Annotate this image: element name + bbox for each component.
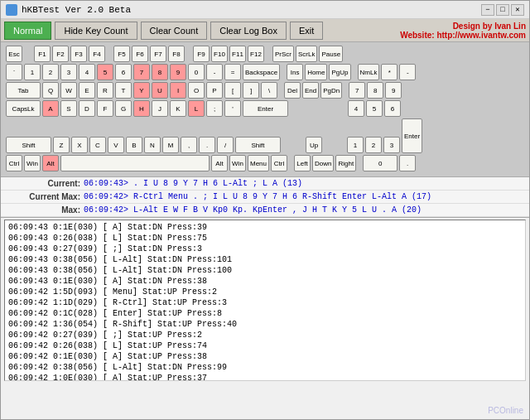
key-kpenter[interactable]: Enter: [402, 118, 422, 153]
key-semi[interactable]: ;: [206, 100, 223, 117]
key-4[interactable]: 4: [79, 64, 95, 80]
key-z[interactable]: Z: [53, 137, 70, 153]
key-e[interactable]: E: [79, 82, 95, 99]
key-del[interactable]: Del: [284, 82, 301, 99]
key-ins[interactable]: Ins: [287, 64, 303, 80]
key-c[interactable]: C: [89, 137, 106, 153]
key-lwin[interactable]: Win: [24, 155, 41, 171]
key-kp4[interactable]: 4: [348, 100, 364, 117]
key-5[interactable]: 5: [97, 64, 113, 80]
clear-count-button[interactable]: Clear Count: [141, 22, 208, 40]
key-equals[interactable]: =: [224, 64, 241, 80]
key-kp6[interactable]: 6: [384, 100, 401, 117]
maximize-button[interactable]: □: [496, 4, 509, 16]
key-l[interactable]: L: [188, 100, 205, 117]
key-esc[interactable]: Esc: [6, 46, 22, 62]
key-f9[interactable]: F9: [193, 46, 210, 62]
key-down[interactable]: Down: [312, 155, 334, 171]
key-f7[interactable]: F7: [150, 46, 166, 62]
key-i[interactable]: I: [170, 82, 186, 99]
key-lbracket[interactable]: [: [224, 82, 241, 99]
key-q[interactable]: Q: [42, 82, 59, 99]
key-period[interactable]: .: [199, 137, 215, 153]
exit-button[interactable]: Exit: [290, 22, 323, 40]
key-x[interactable]: X: [71, 137, 88, 153]
key-kpminus[interactable]: -: [399, 64, 416, 80]
key-f2[interactable]: F2: [52, 46, 69, 62]
key-2[interactable]: 2: [42, 64, 59, 80]
key-kp3[interactable]: 3: [383, 137, 400, 153]
key-kpdot[interactable]: .: [399, 155, 416, 171]
key-f5[interactable]: F5: [113, 46, 130, 62]
key-f4[interactable]: F4: [89, 46, 105, 62]
key-t[interactable]: T: [115, 82, 132, 99]
key-kp2[interactable]: 2: [365, 137, 382, 153]
key-quote[interactable]: ': [224, 100, 241, 117]
key-6[interactable]: 6: [115, 64, 132, 80]
key-h[interactable]: H: [133, 100, 150, 117]
key-rctrl[interactable]: Ctrl: [271, 155, 287, 171]
key-kp0[interactable]: 0: [363, 155, 398, 171]
key-pause[interactable]: Pause: [319, 46, 343, 62]
key-kp9[interactable]: 9: [385, 82, 402, 99]
key-capslk[interactable]: CapsLk: [6, 100, 41, 117]
key-3[interactable]: 3: [60, 64, 77, 80]
key-u[interactable]: U: [152, 82, 168, 99]
key-end[interactable]: End: [302, 82, 319, 99]
key-f11[interactable]: F11: [229, 46, 246, 62]
key-backslash[interactable]: \: [261, 82, 277, 99]
normal-button[interactable]: Normal: [4, 22, 51, 40]
clear-log-box-button[interactable]: Clear Log Box: [210, 22, 287, 40]
key-left[interactable]: Left: [294, 155, 311, 171]
key-lalt[interactable]: Alt: [42, 155, 59, 171]
log-area[interactable]: 06:09:43 0:1E(030) [ A] Stat:DN Press:39…: [4, 220, 526, 381]
key-f[interactable]: F: [97, 100, 113, 117]
key-n[interactable]: N: [144, 137, 161, 153]
key-enter[interactable]: Enter: [243, 100, 288, 117]
key-lshift[interactable]: Shift: [6, 137, 51, 153]
key-kp1[interactable]: 1: [347, 137, 364, 153]
key-f8[interactable]: F8: [168, 46, 185, 62]
key-1[interactable]: 1: [24, 64, 41, 80]
key-r[interactable]: R: [97, 82, 113, 99]
key-o[interactable]: O: [188, 82, 205, 99]
key-b[interactable]: B: [126, 137, 142, 153]
key-comma[interactable]: ,: [181, 137, 197, 153]
key-backspace[interactable]: Backspace: [243, 64, 280, 80]
key-8[interactable]: 8: [152, 64, 168, 80]
key-pgup[interactable]: PgUp: [329, 64, 350, 80]
key-lctrl[interactable]: Ctrl: [6, 155, 22, 171]
key-backtick[interactable]: `: [6, 64, 22, 80]
key-k[interactable]: K: [170, 100, 186, 117]
key-home[interactable]: Home: [305, 64, 327, 80]
hide-key-count-button[interactable]: Hide Key Count: [55, 22, 137, 40]
key-f12[interactable]: F12: [248, 46, 264, 62]
key-w[interactable]: W: [60, 82, 77, 99]
key-f6[interactable]: F6: [132, 46, 148, 62]
key-a[interactable]: A: [42, 100, 59, 117]
key-kp5[interactable]: 5: [366, 100, 383, 117]
key-slash[interactable]: /: [217, 137, 234, 153]
key-0[interactable]: 0: [188, 64, 205, 80]
key-rshift[interactable]: Shift: [235, 137, 281, 153]
key-9[interactable]: 9: [170, 64, 186, 80]
close-button[interactable]: ✕: [511, 4, 524, 16]
key-minus[interactable]: -: [206, 64, 223, 80]
key-d[interactable]: D: [79, 100, 95, 117]
key-up[interactable]: Up: [306, 137, 322, 153]
key-ralt[interactable]: Alt: [211, 155, 228, 171]
key-y[interactable]: Y: [133, 82, 150, 99]
key-f1[interactable]: F1: [34, 46, 51, 62]
key-rbracket[interactable]: ]: [243, 82, 259, 99]
key-f3[interactable]: F3: [70, 46, 87, 62]
key-g[interactable]: G: [115, 100, 132, 117]
key-kp8[interactable]: 8: [367, 82, 383, 99]
key-j[interactable]: J: [152, 100, 168, 117]
key-scrlk[interactable]: ScrLk: [296, 46, 317, 62]
key-pgdn[interactable]: PgDn: [320, 82, 342, 99]
key-kp7[interactable]: 7: [349, 82, 365, 99]
key-menu[interactable]: Menu: [248, 155, 269, 171]
key-kpslash[interactable]: *: [381, 64, 398, 80]
key-prtscr[interactable]: PrScr: [272, 46, 294, 62]
key-m[interactable]: M: [162, 137, 179, 153]
